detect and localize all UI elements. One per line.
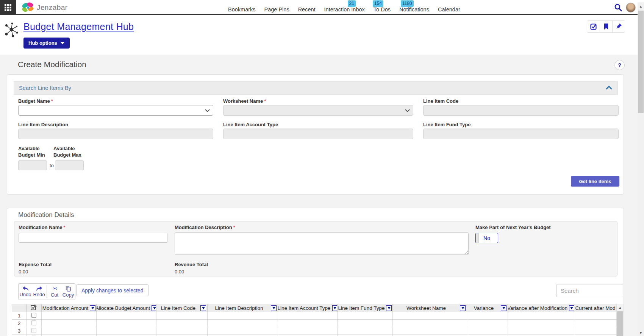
table-cell[interactable] <box>508 335 574 336</box>
column-header-allocate-budget-amount[interactable]: Allocate Budget Amount <box>97 304 156 312</box>
column-header-line-item-fund-type[interactable]: Line Item Fund Type <box>338 304 393 312</box>
filter-icon[interactable] <box>271 305 277 311</box>
help-button[interactable]: ? <box>614 60 625 70</box>
budget-name-select[interactable] <box>18 105 213 116</box>
table-cell[interactable] <box>338 327 393 335</box>
column-header-line-item-description[interactable]: Line Item Description <box>208 304 278 312</box>
worksheet-name-select[interactable] <box>223 105 413 116</box>
table-cell[interactable] <box>393 320 467 327</box>
table-cell[interactable] <box>574 312 617 320</box>
brand[interactable]: Jenzabar <box>21 0 67 15</box>
filter-icon[interactable] <box>569 305 574 311</box>
redo-button[interactable]: Redo <box>32 284 46 300</box>
table-cell[interactable] <box>338 312 393 320</box>
filter-icon[interactable] <box>200 305 206 311</box>
table-cell[interactable] <box>278 327 338 335</box>
tasks-button[interactable] <box>587 21 600 32</box>
search-icon[interactable] <box>614 3 622 12</box>
table-cell[interactable] <box>208 312 278 320</box>
row-checkbox-cell[interactable] <box>27 312 42 320</box>
table-cell[interactable] <box>97 312 156 320</box>
nav-calendar[interactable]: Calendar <box>438 6 460 13</box>
row-checkbox-cell[interactable] <box>27 335 42 336</box>
nav-interaction-inbox[interactable]: 21 Interaction Inbox <box>324 6 365 13</box>
hub-options-button[interactable]: Hub options <box>23 38 70 49</box>
table-cell[interactable] <box>338 320 393 327</box>
table-cell[interactable] <box>97 320 156 327</box>
table-cell[interactable] <box>156 335 208 336</box>
filter-icon[interactable] <box>90 305 95 311</box>
table-cell[interactable] <box>156 312 208 320</box>
table-cell[interactable] <box>574 335 617 336</box>
table-cell[interactable] <box>467 320 508 327</box>
filter-icon[interactable] <box>460 305 466 311</box>
table-cell[interactable] <box>338 335 393 336</box>
grid-vertical-scrollbar[interactable]: ▲ <box>616 304 624 336</box>
table-cell[interactable] <box>208 327 278 335</box>
bookmark-button[interactable] <box>600 21 612 32</box>
scrollbar-thumb[interactable] <box>617 311 623 336</box>
table-cell[interactable] <box>278 312 338 320</box>
column-header-modification-amount[interactable]: Modification Amount <box>42 304 97 312</box>
column-header-line-item-account-type[interactable]: Line Item Account Type <box>278 304 338 312</box>
line-item-description-input[interactable] <box>18 129 213 139</box>
table-cell[interactable] <box>156 327 208 335</box>
user-avatar[interactable] <box>626 3 636 13</box>
table-cell[interactable] <box>393 312 467 320</box>
scrollbar-thumb[interactable] <box>638 11 644 113</box>
available-budget-max-input[interactable] <box>55 160 84 170</box>
table-cell[interactable] <box>278 320 338 327</box>
row-checkbox[interactable] <box>31 328 36 333</box>
nav-to-dos[interactable]: 154 To Dos <box>374 6 391 13</box>
row-checkbox-cell[interactable] <box>27 320 42 327</box>
modification-name-input[interactable] <box>19 233 167 243</box>
line-item-code-input[interactable] <box>423 105 619 116</box>
copy-button[interactable]: Copy <box>61 284 75 300</box>
column-header-current-after-mod[interactable]: Current after Mod <box>574 304 617 312</box>
make-part-toggle[interactable]: No <box>475 233 498 243</box>
table-cell[interactable] <box>97 327 156 335</box>
column-header-line-item-code[interactable]: Line Item Code <box>156 304 208 312</box>
nav-recent[interactable]: Recent <box>298 6 316 13</box>
row-checkbox-cell[interactable] <box>27 327 42 335</box>
modification-description-textarea[interactable] <box>175 232 469 255</box>
nav-notifications[interactable]: 1180 Notifications <box>399 6 429 13</box>
cut-button[interactable]: ✂ Cut <box>48 284 61 300</box>
table-cell[interactable] <box>278 335 338 336</box>
chevron-up-icon[interactable] <box>606 85 612 89</box>
row-checkbox[interactable] <box>31 313 36 318</box>
select-all-header[interactable] <box>27 304 42 312</box>
row-checkbox[interactable] <box>31 320 36 325</box>
filter-icon[interactable] <box>501 305 506 311</box>
table-cell[interactable] <box>208 335 278 336</box>
table-cell[interactable] <box>156 320 208 327</box>
page-scrollbar[interactable]: ▲ ▼ <box>638 2 644 336</box>
app-grid-button[interactable] <box>0 0 16 15</box>
grid-search-input[interactable] <box>556 284 623 297</box>
table-cell[interactable] <box>467 335 508 336</box>
column-header-variance-after-modification[interactable]: Variance after Modification <box>508 304 574 312</box>
line-item-account-type-input[interactable] <box>223 129 413 139</box>
column-header-variance[interactable]: Variance <box>467 304 508 312</box>
table-cell[interactable] <box>42 335 97 336</box>
table-cell[interactable] <box>508 320 574 327</box>
scroll-down-arrow[interactable]: ▼ <box>638 330 644 336</box>
table-cell[interactable] <box>574 320 617 327</box>
table-cell[interactable] <box>393 327 467 335</box>
filter-icon[interactable] <box>386 305 392 311</box>
undo-button[interactable]: Undo <box>19 284 32 300</box>
pin-button[interactable] <box>612 21 625 32</box>
filter-icon[interactable] <box>152 305 156 311</box>
line-item-fund-type-input[interactable] <box>423 129 619 139</box>
table-cell[interactable] <box>42 312 97 320</box>
search-panel-header[interactable]: Search Line Items By <box>14 81 618 95</box>
table-cell[interactable] <box>42 327 97 335</box>
table-cell[interactable] <box>393 335 467 336</box>
table-cell[interactable] <box>467 327 508 335</box>
table-cell[interactable] <box>97 335 156 336</box>
get-line-items-button[interactable]: Get line items <box>571 176 619 187</box>
table-cell[interactable] <box>42 320 97 327</box>
nav-bookmarks[interactable]: Bookmarks <box>228 6 256 13</box>
table-cell[interactable] <box>208 320 278 327</box>
page-title-link[interactable]: Budget Management Hub <box>23 21 134 32</box>
